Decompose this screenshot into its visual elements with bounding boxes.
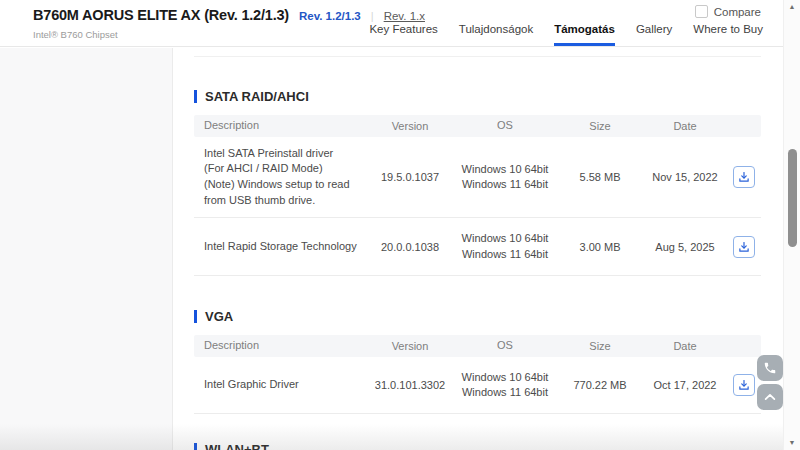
page-scrollbar[interactable]: ▲ ▼ (783, 0, 800, 450)
downloads-card: SATA RAID/AHCI Description Version OS Si… (172, 48, 783, 450)
compare-checkbox[interactable] (695, 5, 708, 18)
chipset-subtitle: Intel® B760 Chipset (33, 29, 118, 40)
column-description: Description (194, 338, 366, 354)
tab-tulajdonsagok[interactable]: Tulajdonságok (459, 23, 533, 46)
column-date: Date (644, 120, 726, 132)
driver-size: 5.58 MB (556, 171, 644, 183)
compare-control[interactable]: Compare (695, 5, 761, 18)
column-date: Date (644, 340, 726, 352)
scrollbar-thumb[interactable] (788, 149, 797, 247)
scrollbar-up-arrow[interactable]: ▲ (784, 1, 800, 13)
product-tabs: Key Features Tulajdonságok Támogatás Gal… (369, 23, 763, 46)
driver-description: Intel Rapid Storage Technology (194, 239, 366, 255)
driver-version: 20.0.0.1038 (366, 241, 454, 253)
driver-description: Intel Graphic Driver (194, 377, 366, 393)
download-button[interactable] (733, 374, 755, 396)
rev-current-link[interactable]: Rev. 1.2/1.3 (299, 10, 361, 22)
download-button[interactable] (733, 236, 755, 258)
driver-date: Nov 15, 2022 (644, 171, 726, 183)
tab-tamogatas[interactable]: Támogatás (554, 23, 615, 46)
table-header-row: Description Version OS Size Date (194, 115, 761, 137)
page-title: B760M AORUS ELITE AX (Rev. 1.2/1.3) (33, 7, 289, 23)
table-header-row: Description Version OS Size Date (194, 335, 761, 357)
column-description: Description (194, 118, 366, 134)
section-title-vga: VGA (194, 308, 783, 324)
section-title-wlan-bt: WLAN+BT (194, 441, 783, 450)
column-os: OS (454, 338, 556, 353)
column-version: Version (366, 120, 454, 132)
download-icon (738, 241, 750, 253)
table-row: Intel Rapid Storage Technology 20.0.0.10… (194, 218, 761, 276)
driver-os: Windows 10 64bit Windows 11 64bit (454, 231, 556, 262)
download-button[interactable] (733, 166, 755, 188)
table-row: Intel SATA Preinstall driver (For AHCI /… (194, 137, 761, 218)
phone-icon (763, 361, 777, 375)
section-accent-bar (194, 443, 197, 450)
column-size: Size (556, 120, 644, 132)
driver-date: Aug 5, 2025 (644, 241, 726, 253)
scrollbar-down-arrow[interactable]: ▼ (784, 437, 800, 449)
previous-row-divider (194, 56, 761, 57)
driver-size: 3.00 MB (556, 241, 644, 253)
driver-description: Intel SATA Preinstall driver (For AHCI /… (194, 146, 366, 208)
rev-other-link[interactable]: Rev. 1.x (384, 10, 425, 22)
column-version: Version (366, 340, 454, 352)
driver-version: 19.5.0.1037 (366, 171, 454, 183)
chevron-up-icon (763, 390, 777, 404)
tab-key-features[interactable]: Key Features (369, 23, 437, 46)
product-title-row: B760M AORUS ELITE AX (Rev. 1.2/1.3) Rev.… (33, 7, 425, 23)
section-accent-bar (194, 90, 197, 103)
column-os: OS (454, 118, 556, 133)
driver-size: 770.22 MB (556, 379, 644, 391)
section-title-sata-raid-ahci: SATA RAID/AHCI (194, 88, 783, 104)
rev-divider: | (371, 10, 374, 22)
driver-version: 31.0.101.3302 (366, 379, 454, 391)
tab-gallery[interactable]: Gallery (636, 23, 672, 46)
support-content: SATA RAID/AHCI Description Version OS Si… (0, 48, 783, 450)
tab-where-to-buy[interactable]: Where to Buy (693, 23, 763, 46)
driver-os: Windows 10 64bit Windows 11 64bit (454, 370, 556, 401)
column-size: Size (556, 340, 644, 352)
table-row: Intel Graphic Driver 31.0.101.3302 Windo… (194, 357, 761, 414)
compare-label: Compare (714, 6, 761, 18)
gigabyte-product-support-page: B760M AORUS ELITE AX (Rev. 1.2/1.3) Rev.… (0, 0, 800, 450)
contact-phone-button[interactable] (757, 355, 783, 381)
download-icon (738, 171, 750, 183)
product-header: B760M AORUS ELITE AX (Rev. 1.2/1.3) Rev.… (0, 0, 783, 47)
back-to-top-button[interactable] (757, 384, 783, 410)
driver-date: Oct 17, 2022 (644, 379, 726, 391)
driver-os: Windows 10 64bit Windows 11 64bit (454, 162, 556, 193)
download-icon (738, 379, 750, 391)
section-accent-bar (194, 310, 197, 323)
